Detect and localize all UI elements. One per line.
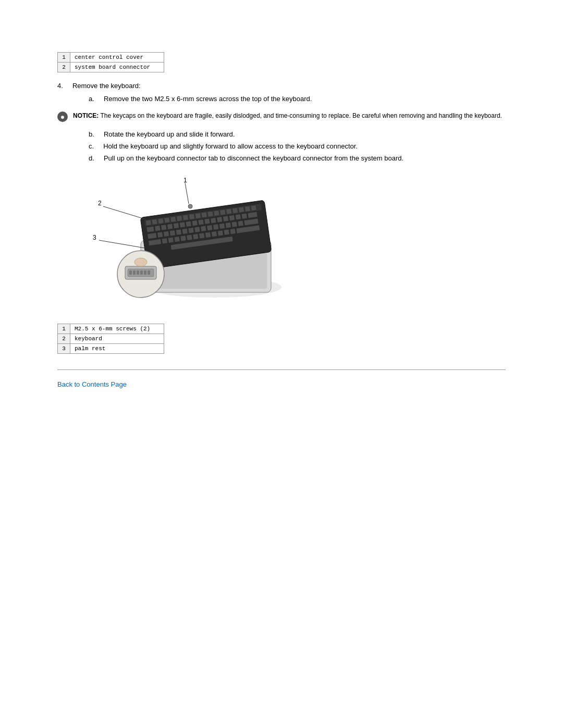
row-label: M2.5 x 6-mm screws (2) [70,324,164,334]
substep-c-letter: c. [89,142,94,150]
svg-rect-33 [211,217,216,223]
notice-keyword: NOTICE: [73,112,99,119]
svg-rect-57 [162,238,167,244]
table-row: 2keyboard [58,334,164,344]
table-row: 1center control cover [58,53,164,63]
svg-rect-30 [192,220,198,226]
svg-rect-45 [182,228,188,234]
svg-rect-68 [230,228,236,234]
table-row: 3palm rest [58,344,164,354]
svg-rect-65 [211,231,217,237]
svg-rect-66 [217,230,223,236]
svg-rect-50 [213,224,218,230]
keyboard-illustration: 1 2 3 [89,172,287,308]
notice-body: The keycaps on the keyboard are fragile,… [99,112,502,119]
svg-rect-25 [161,225,167,230]
row-num: 2 [58,63,70,72]
substep-d-text: Pull up on the keyboard connector tab to… [104,154,403,162]
step-4-label: 4. Remove the keyboard: [57,82,506,90]
table-row: 1M2.5 x 6-mm screws (2) [58,324,164,334]
substep-a-letter: a. [89,95,94,103]
back-to-contents-link[interactable]: Back to Contents Page [57,380,127,388]
svg-rect-19 [232,207,238,213]
svg-rect-40 [148,233,157,239]
svg-rect-22 [251,205,256,211]
svg-rect-77 [129,270,132,275]
svg-rect-37 [235,214,241,220]
svg-point-83 [134,258,147,266]
svg-rect-39 [248,212,258,218]
svg-rect-63 [199,233,205,239]
svg-line-84 [99,240,145,248]
step-4-container: 4. Remove the keyboard: a. Remove the tw… [57,82,506,162]
svg-rect-9 [170,216,176,222]
svg-rect-13 [195,213,201,218]
svg-rect-81 [144,270,146,275]
step-text: Remove the keyboard: [72,82,141,90]
substep-a: a. Remove the two M2.5 x 6-mm screws acr… [89,95,506,103]
svg-rect-48 [201,226,206,231]
row-label: palm rest [70,344,164,354]
substep-d: d. Pull up on the keyboard connector tab… [89,154,506,162]
svg-rect-59 [174,236,180,242]
svg-rect-60 [180,236,186,241]
svg-rect-62 [193,233,199,239]
svg-rect-16 [214,210,219,216]
svg-rect-8 [164,217,170,223]
svg-rect-28 [179,222,185,228]
keyboard-svg [89,172,282,303]
svg-rect-23 [146,226,154,232]
svg-rect-24 [155,225,161,231]
svg-rect-36 [229,215,235,220]
notice-text: NOTICE: The keycaps on the keyboard are … [73,111,502,120]
svg-rect-6 [152,219,157,225]
svg-rect-20 [238,207,244,213]
svg-rect-43 [169,230,175,236]
svg-rect-10 [176,215,182,221]
substep-c: c. Hold the keyboard up and slightly for… [89,142,506,150]
svg-rect-42 [163,231,169,237]
svg-rect-15 [207,211,213,217]
step-number: 4. [57,82,63,90]
svg-rect-82 [148,270,150,275]
svg-rect-80 [140,270,143,275]
row-num: 2 [58,334,70,344]
svg-rect-32 [204,218,210,224]
svg-rect-79 [137,270,139,275]
svg-rect-29 [186,221,191,227]
svg-rect-52 [225,223,231,228]
svg-rect-17 [220,209,226,215]
svg-rect-14 [201,212,207,218]
svg-rect-67 [224,229,229,235]
substep-b: b. Rotate the keyboard up and slide it f… [89,130,506,138]
svg-rect-64 [205,232,211,238]
svg-line-72 [185,183,189,204]
table-row: 2system board connector [58,63,164,72]
svg-rect-54 [238,220,243,226]
svg-rect-18 [226,208,232,214]
svg-rect-53 [231,221,237,227]
row-num: 1 [58,53,70,63]
svg-rect-47 [194,227,200,232]
svg-rect-44 [176,229,181,235]
svg-rect-31 [198,219,204,225]
substep-c-text: Hold the keyboard up and slightly forwar… [103,142,358,150]
svg-rect-38 [241,213,247,219]
svg-rect-26 [167,224,173,229]
page-divider [57,369,506,370]
svg-rect-11 [182,215,188,220]
svg-rect-51 [219,223,225,229]
row-label: center control cover [70,53,164,63]
row-label: system board connector [70,63,164,72]
svg-rect-7 [158,218,164,224]
svg-rect-34 [217,217,223,223]
substep-d-letter: d. [89,154,94,162]
substep-a-text: Remove the two M2.5 x 6-mm screws across… [104,95,312,103]
row-num: 1 [58,324,70,334]
svg-rect-21 [244,206,250,212]
svg-point-71 [188,204,192,208]
bottom-table-section: 1M2.5 x 6-mm screws (2)2keyboard3palm re… [57,324,506,354]
row-num: 3 [58,344,70,354]
notice-box: ● NOTICE: The keycaps on the keyboard ar… [57,111,506,122]
svg-rect-27 [173,223,179,228]
